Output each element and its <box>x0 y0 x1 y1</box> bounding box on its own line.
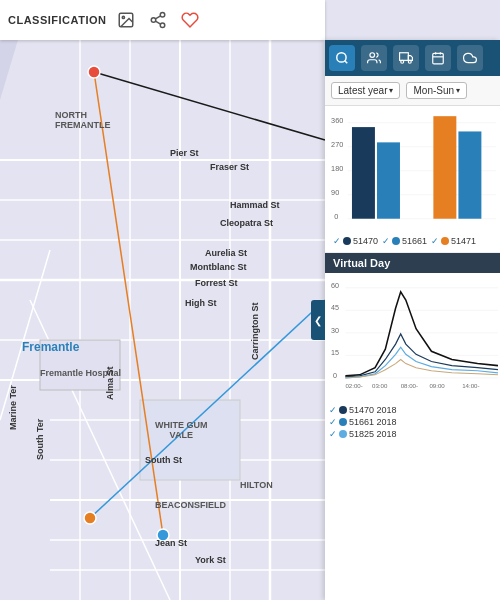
svg-text:270: 270 <box>331 140 343 149</box>
line-chart-legend: ✓ 51470 2018 ✓ 51661 2018 ✓ 51825 2018 <box>325 403 500 443</box>
legend-item-51470[interactable]: ✓ 51470 <box>333 236 378 246</box>
svg-point-35 <box>337 53 346 62</box>
right-panel: ❮ Latest year ▾ <box>325 40 500 600</box>
svg-text:90: 90 <box>331 188 339 197</box>
filter-bar: Latest year ▾ Mon-Sun ▾ <box>325 76 500 106</box>
svg-rect-42 <box>433 53 444 64</box>
svg-text:08:00-: 08:00- <box>401 382 418 389</box>
svg-rect-57 <box>377 142 400 218</box>
svg-rect-59 <box>458 131 481 218</box>
line-chart-svg: 60 45 30 15 0 02:00- 03:00 08:00- 09:00 … <box>329 277 498 401</box>
latest-year-filter[interactable]: Latest year ▾ <box>331 82 400 99</box>
filter1-arrow: ▾ <box>389 86 393 95</box>
bar-chart-legend: ✓ 51470 ✓ 51661 ✓ 51471 <box>329 234 496 250</box>
svg-point-32 <box>161 23 166 28</box>
svg-marker-39 <box>408 56 412 61</box>
legend-item-51471[interactable]: ✓ 51471 <box>431 236 476 246</box>
mon-sun-filter[interactable]: Mon-Sun ▾ <box>406 82 467 99</box>
main-container: NORTHFREMANTLE Fremantle Fremantle Hospi… <box>0 0 500 600</box>
legend-item-51661[interactable]: ✓ 51661 <box>382 236 427 246</box>
search-panel-icon[interactable] <box>329 45 355 71</box>
svg-text:14:00-: 14:00- <box>462 382 479 389</box>
legend2-item-51661[interactable]: ✓ 51661 2018 <box>329 417 496 427</box>
filter2-arrow: ▾ <box>456 86 460 95</box>
svg-point-30 <box>161 13 166 18</box>
svg-text:15: 15 <box>331 349 339 357</box>
people-panel-icon[interactable] <box>361 45 387 71</box>
share-icon[interactable] <box>146 8 170 32</box>
svg-point-25 <box>88 66 100 78</box>
svg-text:0: 0 <box>333 372 337 380</box>
svg-text:03:00: 03:00 <box>372 382 388 389</box>
svg-point-27 <box>157 529 169 541</box>
car-panel-icon[interactable] <box>393 45 419 71</box>
svg-point-40 <box>401 60 404 63</box>
legend2-item-51470[interactable]: ✓ 51470 2018 <box>329 405 496 415</box>
svg-rect-20 <box>40 340 120 390</box>
classification-label: CLASSIFICATION <box>8 14 106 26</box>
svg-rect-56 <box>352 127 375 219</box>
bar-chart-container: 360 270 180 90 0 <box>325 106 500 253</box>
svg-point-26 <box>84 512 96 524</box>
svg-text:180: 180 <box>331 164 343 173</box>
svg-text:0: 0 <box>334 212 338 221</box>
svg-line-33 <box>156 21 161 24</box>
svg-rect-21 <box>140 400 240 480</box>
svg-point-41 <box>408 60 411 63</box>
svg-rect-58 <box>433 116 456 219</box>
cloud-panel-icon[interactable] <box>457 45 483 71</box>
svg-line-36 <box>345 61 348 64</box>
image-icon[interactable] <box>114 8 138 32</box>
svg-point-37 <box>370 53 375 58</box>
heart-icon[interactable] <box>178 8 202 32</box>
svg-text:09:00: 09:00 <box>429 382 445 389</box>
svg-rect-38 <box>400 53 409 61</box>
svg-text:02:00-: 02:00- <box>345 382 362 389</box>
svg-point-31 <box>152 18 157 23</box>
bar-chart-wrap: 360 270 180 90 0 <box>329 114 496 234</box>
calendar-panel-icon[interactable] <box>425 45 451 71</box>
svg-point-29 <box>123 16 125 18</box>
svg-text:360: 360 <box>331 116 343 125</box>
line-chart-wrap: 60 45 30 15 0 02:00- 03:00 08:00- 09:00 … <box>325 273 500 403</box>
panel-icons-bar <box>325 40 500 76</box>
legend2-item-51825[interactable]: ✓ 51825 2018 <box>329 429 496 439</box>
bar-chart-svg: 360 270 180 90 0 <box>329 114 496 234</box>
toolbar: CLASSIFICATION <box>0 0 325 40</box>
svg-text:60: 60 <box>331 282 339 290</box>
svg-text:30: 30 <box>331 327 339 335</box>
svg-text:45: 45 <box>331 304 339 312</box>
virtual-day-title: Virtual Day <box>325 253 500 273</box>
svg-line-34 <box>156 16 161 19</box>
expand-button[interactable]: ❮ <box>311 300 325 340</box>
